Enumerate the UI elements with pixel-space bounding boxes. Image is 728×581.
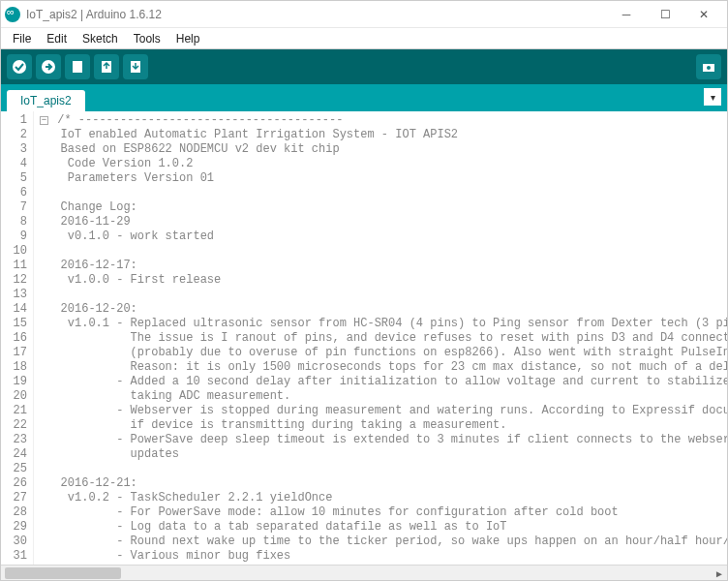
line-numbers: 1234567891011121314151617181920212223242… xyxy=(1,111,34,565)
line-number: 17 xyxy=(1,346,27,360)
menu-tools[interactable]: Tools xyxy=(126,30,168,47)
line-number: 25 xyxy=(1,462,27,476)
line-number: 31 xyxy=(1,549,27,564)
code-line[interactable]: v1.0.1 - Replaced ultrasonic sensor from… xyxy=(40,317,727,331)
line-number: 7 xyxy=(1,200,27,215)
window-title: IoT_apis2 | Arduino 1.6.12 xyxy=(26,8,607,21)
line-number: 12 xyxy=(1,273,27,288)
open-button[interactable] xyxy=(94,54,119,79)
code-line[interactable]: The issue is I ranout of pins, and devic… xyxy=(40,331,727,346)
tab-sketch[interactable]: IoT_apis2 xyxy=(7,90,85,111)
code-line[interactable]: IoT enabled Automatic Plant Irrigation S… xyxy=(40,128,727,142)
line-number: 5 xyxy=(1,171,27,186)
close-button[interactable]: ✕ xyxy=(684,2,723,27)
line-number: 1 xyxy=(1,113,27,128)
scrollbar-thumb[interactable] xyxy=(5,567,121,579)
code-line[interactable]: v1.0.2 - TaskScheduler 2.2.1 yieldOnce xyxy=(40,491,727,505)
arduino-logo-icon xyxy=(5,7,20,22)
code-line[interactable]: Based on ESP8622 NODEMCU v2 dev kit chip xyxy=(40,142,727,157)
line-number: 8 xyxy=(1,215,27,229)
new-button[interactable] xyxy=(65,54,90,79)
code-area[interactable]: − /* -----------------------------------… xyxy=(34,111,727,565)
code-line[interactable]: v0.1.0 - work started xyxy=(40,229,727,244)
minimize-button[interactable]: ─ xyxy=(607,2,646,27)
line-number: 27 xyxy=(1,491,27,505)
code-line[interactable]: updates xyxy=(40,447,727,462)
verify-button[interactable] xyxy=(7,54,32,79)
line-number: 11 xyxy=(1,259,27,273)
code-line[interactable]: Code Version 1.0.2 xyxy=(40,157,727,171)
upload-button[interactable] xyxy=(36,54,61,79)
line-number: 24 xyxy=(1,447,27,462)
fold-toggle-icon[interactable]: − xyxy=(40,116,48,125)
title-bar: IoT_apis2 | Arduino 1.6.12 ─ ☐ ✕ xyxy=(1,1,727,28)
line-number: 3 xyxy=(1,142,27,157)
code-line[interactable]: 2016-11-29 xyxy=(40,215,727,229)
code-line[interactable] xyxy=(40,244,727,259)
save-button[interactable] xyxy=(123,54,148,79)
line-number: 15 xyxy=(1,317,27,331)
line-number: 10 xyxy=(1,244,27,259)
menu-bar: File Edit Sketch Tools Help xyxy=(1,28,727,49)
code-line[interactable]: Parameters Version 01 xyxy=(40,171,727,186)
svg-rect-2 xyxy=(73,61,82,73)
line-number: 6 xyxy=(1,186,27,200)
tab-bar: IoT_apis2 ▾ xyxy=(1,84,727,111)
code-line[interactable] xyxy=(40,462,727,476)
code-line[interactable]: (probably due to overuse of pin function… xyxy=(40,346,727,360)
line-number: 28 xyxy=(1,505,27,520)
line-number: 4 xyxy=(1,157,27,171)
menu-help[interactable]: Help xyxy=(168,30,208,47)
line-number: 26 xyxy=(1,476,27,491)
code-line[interactable]: - For PowerSave mode: allow 10 minutes f… xyxy=(40,505,727,520)
code-line[interactable]: taking ADC measurement. xyxy=(40,389,727,404)
svg-point-0 xyxy=(13,60,26,74)
maximize-button[interactable]: ☐ xyxy=(646,2,684,27)
code-line[interactable]: Reason: it is only 1500 microseconds top… xyxy=(40,360,727,375)
svg-point-6 xyxy=(707,66,711,70)
code-editor[interactable]: 1234567891011121314151617181920212223242… xyxy=(1,111,727,565)
code-line[interactable]: − /* -----------------------------------… xyxy=(40,113,727,128)
line-number: 19 xyxy=(1,375,27,389)
line-number: 2 xyxy=(1,128,27,142)
code-line[interactable]: 2016-12-20: xyxy=(40,302,727,317)
code-line[interactable]: if device is transmitting during taking … xyxy=(40,418,727,433)
code-line[interactable]: - Added a 10 second delay after initiali… xyxy=(40,375,727,389)
line-number: 18 xyxy=(1,360,27,375)
code-line[interactable]: v1.0.0 - First release xyxy=(40,273,727,288)
code-line[interactable]: - Log data to a tab separated datafile a… xyxy=(40,520,727,535)
line-number: 16 xyxy=(1,331,27,346)
line-number: 9 xyxy=(1,229,27,244)
code-line[interactable] xyxy=(40,186,727,200)
code-line[interactable]: 2016-12-21: xyxy=(40,476,727,491)
menu-file[interactable]: File xyxy=(5,30,39,47)
serial-monitor-button[interactable] xyxy=(696,54,721,79)
code-line[interactable]: - Round next wake up time to the ticker … xyxy=(40,535,727,549)
code-line[interactable] xyxy=(40,288,727,302)
line-number: 13 xyxy=(1,288,27,302)
menu-sketch[interactable]: Sketch xyxy=(75,30,126,47)
code-line[interactable]: 2016-12-17: xyxy=(40,259,727,273)
code-line[interactable]: - Webserver is stopped during measuremen… xyxy=(40,404,727,418)
menu-edit[interactable]: Edit xyxy=(39,30,75,47)
line-number: 29 xyxy=(1,520,27,535)
line-number: 20 xyxy=(1,389,27,404)
code-line[interactable]: - Various minor bug fixes xyxy=(40,549,727,564)
line-number: 14 xyxy=(1,302,27,317)
line-number: 23 xyxy=(1,433,27,447)
scroll-right-icon[interactable]: ► xyxy=(712,566,727,581)
code-line[interactable]: - PowerSave deep sleep timeout is extend… xyxy=(40,433,727,447)
code-line[interactable]: Change Log: xyxy=(40,200,727,215)
toolbar xyxy=(1,49,727,84)
horizontal-scrollbar[interactable]: ◄ ► xyxy=(1,565,727,580)
line-number: 30 xyxy=(1,535,27,549)
line-number: 21 xyxy=(1,404,27,418)
tab-menu-button[interactable]: ▾ xyxy=(704,88,721,106)
line-number: 22 xyxy=(1,418,27,433)
